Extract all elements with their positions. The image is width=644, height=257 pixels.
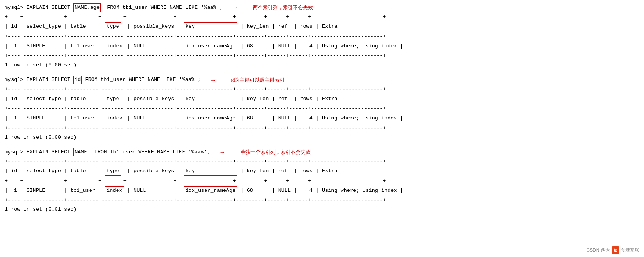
prompt-2: mysql> EXPLAIN SELECT (5, 76, 73, 84)
divider-bot-2: +----+-------------+----------+-------+-… (5, 124, 639, 132)
annotation-2: →—— id为主键可以调主键索引 (210, 76, 285, 85)
divider-mid-1: +----+-------------+----------+-------+-… (5, 33, 639, 40)
header-2: | id | select_type | table | type | poss… (5, 95, 639, 103)
cmd-line-1: mysql> EXPLAIN SELECT NAME,age FROM tb1_… (5, 3, 639, 12)
arrow-1: →—— (232, 3, 250, 12)
key-value-wrap-2: idx_user_nameAge (184, 114, 238, 123)
type-header-wrap-3: type (105, 167, 121, 175)
result-2: 1 row in set (0.00 sec) (5, 134, 639, 141)
type-value-wrap-2: index (105, 114, 124, 123)
table-3: +----+-------------+----------+-------+-… (5, 158, 639, 204)
type-header-wrap-2: type (105, 95, 121, 103)
key-value-wrap-3: idx_user_nameAge (184, 186, 238, 195)
cmd-suffix-3: FROM tb1_user WHERE NAME LIKE '%aa%'; (88, 148, 210, 156)
annotation-text-1: 两个索引列，索引不会失效 (253, 4, 313, 12)
annotation-text-2: id为主键可以调主键索引 (231, 76, 285, 84)
key-value-wrap-1: idx_user_nameAge (184, 42, 238, 50)
divider-top-2: +----+-------------+----------+-------+-… (5, 86, 639, 93)
prompt-1: mysql> EXPLAIN SELECT (5, 4, 73, 12)
watermark-logo: 创 (612, 246, 619, 254)
divider-bot-1: +----+-------------+----------+-------+-… (5, 52, 639, 60)
header-3: | id | select_type | table | type | poss… (5, 167, 639, 175)
watermark: CSDN @大 创 创新互联 (586, 246, 639, 254)
result-3: 1 row in set (0.01 sec) (5, 206, 639, 213)
sql-block-3: mysql> EXPLAIN SELECT NAME FROM tb1_user… (5, 148, 639, 214)
type-value-wrap-1: index (105, 42, 124, 50)
divider-mid-2: +----+-------------+----------+-------+-… (5, 105, 639, 113)
key-header-wrap-2: key (184, 95, 238, 103)
data-row-3: | 1 | SIMPLE | tb1_user | index | NULL |… (5, 186, 639, 195)
annotation-1: →—— 两个索引列，索引不会失效 (232, 3, 313, 12)
type-value-wrap-3: index (105, 186, 124, 195)
cmd-line-2: mysql> EXPLAIN SELECT id FROM tb1_user W… (5, 76, 639, 85)
prompt-3: mysql> EXPLAIN SELECT (5, 148, 73, 156)
watermark-text1: CSDN @大 (586, 247, 610, 254)
annotation-text-3: 单独一个索引列，索引不会失效 (240, 148, 311, 156)
divider-top-1: +----+-------------+----------+-------+-… (5, 13, 639, 21)
cmd-suffix-1: FROM tb1_user WHERE NAME LIKE '%aa%'; (101, 4, 223, 12)
highlight-name-age: NAME,age (73, 3, 101, 12)
type-header-wrap-1: type (105, 22, 121, 31)
divider-mid-3: +----+-------------+----------+-------+-… (5, 177, 639, 185)
watermark-text2: 创新互联 (621, 247, 639, 254)
key-header-wrap-1: key (184, 22, 238, 31)
arrow-3: →—— (220, 148, 238, 157)
sql-block-1: mysql> EXPLAIN SELECT NAME,age FROM tb1_… (5, 3, 639, 69)
data-row-2: | 1 | SIMPLE | tb1_user | index | NULL |… (5, 114, 639, 123)
header-1: | id | select_type | table | type | poss… (5, 22, 639, 31)
terminal-container: mysql> EXPLAIN SELECT NAME,age FROM tb1_… (5, 3, 639, 214)
annotation-3: →—— 单独一个索引列，索引不会失效 (220, 148, 311, 157)
key-header-wrap-3: key (184, 167, 238, 175)
data-row-1: | 1 | SIMPLE | tb1_user | index | NULL |… (5, 42, 639, 50)
divider-bot-3: +----+-------------+----------+-------+-… (5, 197, 639, 204)
highlight-id: id (73, 76, 82, 84)
divider-top-3: +----+-------------+----------+-------+-… (5, 158, 639, 165)
highlight-name: NAME (73, 148, 88, 156)
table-2: +----+-------------+----------+-------+-… (5, 86, 639, 132)
table-1: +----+-------------+----------+-------+-… (5, 13, 639, 60)
arrow-2: →—— (210, 76, 228, 85)
cmd-suffix-2: FROM tb1_user WHERE NAME LIKE '%aa%'; (82, 76, 201, 84)
result-1: 1 row in set (0.00 sec) (5, 61, 639, 69)
cmd-line-3: mysql> EXPLAIN SELECT NAME FROM tb1_user… (5, 148, 639, 157)
sql-block-2: mysql> EXPLAIN SELECT id FROM tb1_user W… (5, 76, 639, 142)
